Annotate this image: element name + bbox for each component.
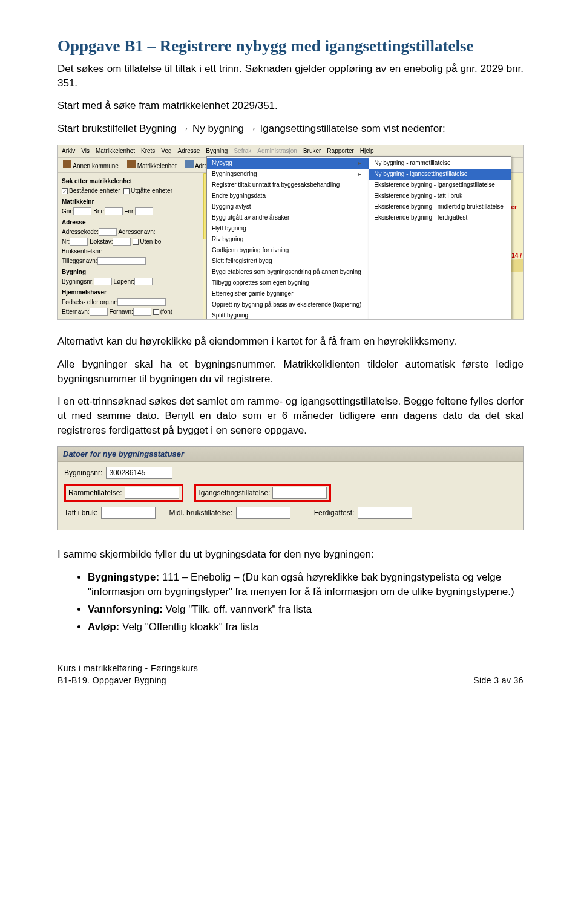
label: Fødsels- eller org.nr: <box>62 299 117 305</box>
menu-bruker[interactable]: Bruker <box>303 147 321 155</box>
paragraph-intro: Det søkes om tillatelse til tiltak i ett… <box>57 62 524 91</box>
checkbox-utenbo[interactable] <box>133 239 139 245</box>
menu-krets[interactable]: Krets <box>141 147 155 155</box>
highlight-igang: Igangsettingstillatelse: <box>194 484 331 502</box>
label-tattibruk: Tatt i bruk: <box>64 508 97 518</box>
menu-bygning[interactable]: Bygning <box>206 147 228 155</box>
label-ferdigattest: Ferdigattest: <box>314 508 355 518</box>
fnr-input[interactable] <box>135 207 153 215</box>
bokstav-input[interactable] <box>113 238 131 246</box>
menu-adresse[interactable]: Adresse <box>178 147 200 155</box>
menuitem-splitt-bygning[interactable]: Splitt bygning <box>207 310 369 320</box>
search-heading: Søk etter matrikkelenhet <box>62 177 199 186</box>
fornavn-input[interactable] <box>133 308 151 316</box>
bullet-label: Avløp: <box>88 621 119 633</box>
bygningsnr-field[interactable] <box>106 467 172 479</box>
search-panel: Søk etter matrikkelenhet Bestående enhet… <box>58 173 203 320</box>
menuitem-bygningsendring[interactable]: Bygningsendring▸ <box>207 169 369 180</box>
menu-sefrak[interactable]: Sefrak <box>234 147 251 155</box>
lopenr-input[interactable] <box>134 278 153 285</box>
footer-course: Kurs i matrikkelføring - Føringskurs <box>57 663 198 675</box>
label: Bestående enheter <box>69 187 120 194</box>
etternavn-input[interactable] <box>90 308 108 316</box>
menuitem-ny-igangsetting[interactable]: Ny bygning - igangsettingstillatelse <box>369 169 510 180</box>
checkbox-fon[interactable] <box>153 309 159 315</box>
folder-icon <box>185 160 194 168</box>
label: Uten bo <box>140 238 161 245</box>
label: Utgåtte enheter <box>131 187 172 194</box>
app-screenshot: Arkiv Vis Matrikkelenhet Krets Veg Adres… <box>57 145 524 320</box>
midlertidig-field[interactable] <box>236 507 290 519</box>
menu-vis[interactable]: Vis <box>81 147 90 155</box>
menu-arkiv[interactable]: Arkiv <box>62 147 75 155</box>
bullet-vannforsyning: Vannforsyning: Velg "Tilk. off. vannverk… <box>88 602 524 617</box>
rammetillatelse-field[interactable] <box>125 487 179 499</box>
txt: Start brukstilfellet Bygning <box>57 123 179 134</box>
menuitem-tilbygg-opprettes[interactable]: Tilbygg opprettes som egen bygning <box>207 278 369 288</box>
label: Bruksenhetsnr: <box>62 248 102 255</box>
menuitem-eks-midlertidig[interactable]: Eksisterende bygning - midlertidig bruks… <box>369 201 510 212</box>
menuitem-eks-ferdigattest[interactable]: Eksisterende bygning - ferdigattest <box>369 212 510 223</box>
igangsetting-field[interactable] <box>272 487 327 499</box>
menuitem-eks-tattibruk[interactable]: Eksisterende bygning - tatt i bruk <box>369 190 510 201</box>
menu-veg[interactable]: Veg <box>161 147 171 155</box>
menuitem-endre-bygningsdata[interactable]: Endre bygningsdata <box>207 190 369 201</box>
paragraph-bygningsnummer: Alle bygninger skal ha et bygningsnummer… <box>57 357 524 386</box>
menuitem-ny-ramme[interactable]: Ny bygning - rammetillatelse <box>369 158 510 169</box>
paragraph-alternativt: Alternativt kan du høyreklikke på eiendo… <box>57 334 524 349</box>
arrow-icon: → <box>247 123 257 134</box>
menuitem-bygg-utgatt[interactable]: Bygg utgått av andre årsaker <box>207 212 369 223</box>
menuitem-nybygg[interactable]: Nybygg▸ <box>207 158 369 169</box>
bullet-text: Velg "Tilk. off. vannverk" fra lista <box>163 604 312 615</box>
menuitem-bygging-avlyst[interactable]: Bygging avlyst <box>207 201 369 212</box>
toolbar-annen-kommune[interactable]: Annen kommune <box>73 163 119 169</box>
menuitem-etterregistrer[interactable]: Etterregistrer gamle bygninger <box>207 288 369 299</box>
menuitem-godkjenn-rivning[interactable]: Godkjenn bygning for rivning <box>207 245 369 256</box>
label-midlertidig: Midl. brukstillatelse: <box>169 508 232 518</box>
bnr-input[interactable] <box>105 207 123 215</box>
ferdigattest-field[interactable] <box>358 507 412 519</box>
menuitem-riv-bygning[interactable]: Riv bygning <box>207 234 369 245</box>
menuitem-slett-feilreg[interactable]: Slett feilregistrert bygg <box>207 256 369 267</box>
menuitem-eks-igangsetting[interactable]: Eksisterende bygning - igangsettingstill… <box>369 180 510 190</box>
highlight-ramme: Rammetillatelse: <box>64 484 183 502</box>
subhead: Matrikkelnr <box>62 197 199 207</box>
menuitem-opprett-kopi[interactable]: Opprett ny bygning på basis av eksistere… <box>207 299 369 310</box>
tilleggsnavn-input[interactable] <box>97 257 146 265</box>
subhead: Bygning <box>62 267 199 277</box>
folder-icon <box>63 160 71 168</box>
fodselsnr-input[interactable] <box>117 298 166 306</box>
toolbar-matrikkelenhet[interactable]: Matrikkelenhet <box>137 163 177 169</box>
adressekode-input[interactable] <box>99 228 117 236</box>
gnr-input[interactable] <box>73 207 91 215</box>
paragraph-sammeskjerm: I samme skjermbilde fyller du ut bygning… <box>57 547 524 562</box>
label: Bokstav: <box>90 238 113 245</box>
paragraph-etttrinn: I en ett-trinnsøknad søkes det samlet om… <box>57 394 524 437</box>
footer-chapter: B1-B19. Oppgaver Bygning <box>57 675 198 687</box>
nr-input[interactable] <box>70 238 88 246</box>
label: Fnr: <box>124 208 135 215</box>
bullet-bygningstype: Bygningstype: 111 – Enebolig – (Du kan o… <box>88 570 524 600</box>
checkbox-bestaende[interactable] <box>62 188 68 194</box>
arrow-icon: → <box>179 123 189 134</box>
menu-matrikkelenhet[interactable]: Matrikkelenhet <box>96 147 135 155</box>
menu-rapporter[interactable]: Rapporter <box>327 147 353 155</box>
tattibruk-field[interactable] <box>101 507 156 519</box>
subhead: Adresse <box>62 218 199 227</box>
menuitem-bygg-etableres[interactable]: Bygg etableres som bygningsendring på an… <box>207 267 369 278</box>
menu-hjelp[interactable]: Hjelp <box>360 147 374 155</box>
txt: Ny bygning <box>192 123 247 134</box>
dates-title: Datoer for nye bygningsstatuser <box>58 447 523 462</box>
page-heading: Oppgave B1 – Registrere nybygg med igang… <box>57 36 524 57</box>
submenu-level2: Ny bygning - rammetillatelse Ny bygning … <box>369 156 511 320</box>
bygningsnr-input[interactable] <box>94 278 112 285</box>
txt: Igangsettingstillatelse som vist nedenfo… <box>260 123 445 134</box>
label: (fon) <box>160 308 173 315</box>
menu-admin[interactable]: Administrasjon <box>257 147 297 155</box>
menuitem-registrer-tiltak[interactable]: Registrer tiltak unntatt fra byggesaksbe… <box>207 180 369 190</box>
menuitem-flytt-bygning[interactable]: Flytt bygning <box>207 223 369 234</box>
dates-screenshot: Datoer for nye bygningsstatuser Bygnings… <box>57 446 524 530</box>
checkbox-utgatte[interactable] <box>123 188 130 194</box>
subhead: Hjemmelshaver <box>62 288 199 298</box>
label: Adressekode: <box>62 229 99 235</box>
